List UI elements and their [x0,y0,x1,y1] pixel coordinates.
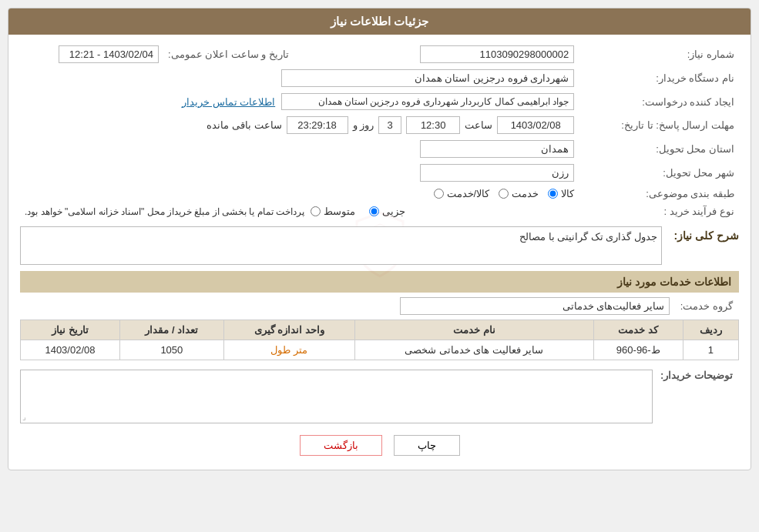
print-button[interactable]: چاپ [394,435,460,456]
rooz-value: 3 [378,116,401,134]
col-tedad: تعداد / مقدار [119,320,223,340]
toshihaat-box: ⌟ [20,370,653,423]
shomareNiaz-label: شماره نیاز: [579,42,739,66]
tabaghe-label: طبقه بندی موضوعی: [579,185,739,202]
noe-motevasset-radio[interactable] [311,206,321,216]
proc-note: پرداخت تمام یا بخشی از مبلغ خریداز محل "… [25,206,304,217]
shahrTahvil-value: رزن [420,164,574,182]
tabaghe-kala-radio[interactable] [548,189,558,199]
shahrTahvil-label: شهر محل تحویل: [579,161,739,185]
tabaghe-khadamat-label: خدمت [512,188,539,199]
tarikho-value: 1403/02/04 - 12:21 [59,45,159,63]
rooz-label: روز و [353,119,374,131]
noe-label: نوع فرآیند خرید : [579,202,739,220]
cell-radif: 1 [683,340,738,360]
cell-kodKhadamat: ط-96-960 [593,340,683,360]
cell-tarikh: 1403/02/08 [21,340,120,360]
page-title: جزئیات اطلاعات نیاز [8,8,751,35]
tabaghe-kala-label: کالا [561,188,574,199]
ejadKonande-label: ایجاد کننده درخواست: [579,90,739,113]
tarikho-label: تاریخ و ساعت اعلان عمومی: [163,42,334,66]
toshihaat-label: توضیحات خریدار: [660,370,739,381]
back-button[interactable]: بازگشت [300,435,382,456]
namDastgah-label: نام دستگاه خریدار: [579,66,739,90]
saat-value: 12:30 [406,116,460,134]
ostanTahvil-label: استان محل تحویل: [579,137,739,161]
cell-vahed: متر طول [223,340,354,360]
ejadKonande-value: جواد ابراهیمی کمال کاربردار شهرداری فروه… [281,93,574,110]
service-table: ردیف کد خدمت نام خدمت واحد اندازه گیری ت… [20,320,739,360]
col-namKhadamat: نام خدمت [354,320,593,340]
col-radif: ردیف [683,320,738,340]
cell-namKhadamat: سایر فعالیت های خدماتی شخصی [354,340,593,360]
ostanTahvil-value: همدان [420,140,574,158]
sharh-label: شرح کلی نیاز: [670,226,739,245]
table-row: 1 ط-96-960 سایر فعالیت های خدماتی شخصی م… [21,340,739,360]
sharh-value: جدول گذاری تک گرانیتی با مصالح [20,226,662,265]
mohlat-date: 1403/02/08 [497,116,574,134]
groheKhadamat-label: گروه خدمت: [677,300,739,312]
mohlat-label: مهلت ارسال پاسخ: تا تاریخ: [579,113,739,137]
col-tarikh: تاریخ نیاز [21,320,120,340]
saat-label: ساعت [465,119,492,131]
tabaghe-kalaKhadamat-label: کالا/خدمت [447,188,490,199]
namDastgah-value: شهرداری فروه درجزین استان همدان [281,69,574,87]
shomareNiaz-value: 1103090298000002 [420,45,574,63]
tabaghe-khadamat-radio[interactable] [499,189,509,199]
col-vahed: واحد اندازه گیری [223,320,354,340]
tabaghe-kalaKhadamat-radio[interactable] [434,189,444,199]
baghi-label: ساعت باقی مانده [207,119,281,131]
groheKhadamat-value: سایر فعالیت‌های خدماتی [400,297,670,315]
contact-link[interactable]: اطلاعات تماس خریدار [182,96,275,108]
baghi-value: 23:29:18 [287,116,348,134]
col-kodKhadamat: کد خدمت [593,320,683,340]
cell-tedad: 1050 [119,340,223,360]
resize-icon: ⌟ [22,413,26,421]
